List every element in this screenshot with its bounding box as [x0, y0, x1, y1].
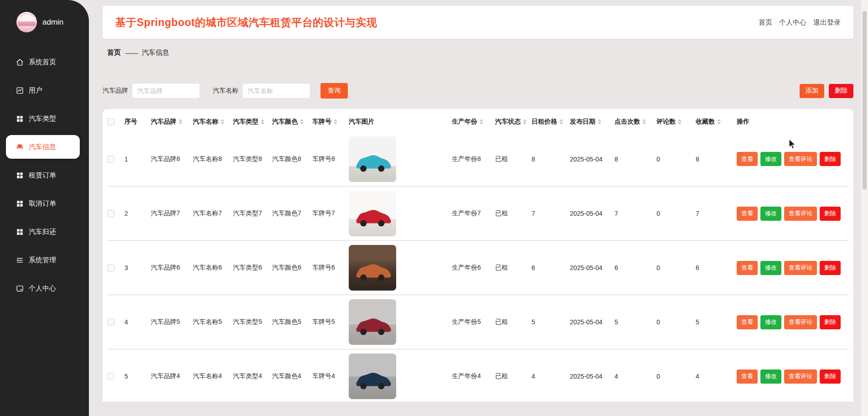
row-actions: 查看修改查看评论删除 [737, 369, 849, 384]
main-content: 基于Springboot的城市区域汽车租赁平台的设计与实现 首页 个人中心 退出… [89, 0, 868, 416]
scrollbar-thumb[interactable] [863, 11, 867, 190]
sidebar-item[interactable]: 汽车信息 [6, 135, 80, 159]
row-delete-button[interactable]: 删除 [820, 261, 841, 275]
column-header-favorites[interactable]: 收藏数 [696, 118, 737, 126]
table-row: 2 汽车品牌7 汽车名称7 汽车类型7 汽车颜色7 车牌号7 生产年份7 已租 … [107, 186, 849, 240]
nav-logout-link[interactable]: 退出登录 [813, 18, 841, 27]
car-table: 序号汽车品牌汽车名称汽车类型汽车颜色车牌号汽车图片生产年份汽车状态日租价格发布日… [103, 109, 853, 402]
column-header-status[interactable]: 汽车状态 [495, 118, 532, 126]
row-comments-button[interactable]: 查看评论 [784, 261, 817, 275]
column-header-date[interactable]: 发布日期 [570, 118, 615, 126]
row-checkbox[interactable] [107, 318, 114, 326]
sort-caret-icon[interactable] [221, 119, 224, 125]
row-checkbox[interactable] [107, 264, 114, 271]
username: admin [42, 18, 63, 27]
list-icon [16, 256, 24, 264]
row-comments-button[interactable]: 查看评论 [784, 369, 817, 384]
row-view-button[interactable]: 查看 [737, 207, 758, 221]
sort-caret-icon[interactable] [559, 119, 563, 125]
add-button[interactable]: 添加 [800, 84, 824, 98]
car-silhouette-icon [352, 149, 393, 177]
sidebar-item[interactable]: 用户 [0, 76, 89, 104]
car-image[interactable] [349, 245, 396, 291]
avatar[interactable] [16, 12, 37, 32]
bulk-delete-button[interactable]: 删除 [829, 84, 853, 98]
row-view-button[interactable]: 查看 [737, 261, 758, 275]
breadcrumb-home[interactable]: 首页 [107, 48, 121, 57]
car-silhouette-icon [352, 258, 393, 286]
row-checkbox[interactable] [107, 210, 114, 217]
sort-caret-icon[interactable] [642, 119, 646, 125]
sidebar-item[interactable]: 取消订单 [0, 189, 89, 218]
grid-icon [16, 115, 24, 123]
row-delete-button[interactable]: 删除 [820, 369, 841, 384]
sidebar-item[interactable]: 系统首页 [0, 48, 89, 76]
car-image[interactable] [349, 299, 396, 345]
home-icon [16, 58, 24, 66]
sort-caret-icon[interactable] [717, 119, 721, 125]
breadcrumb: 首页 —— 汽车信息 [107, 48, 853, 57]
row-delete-button[interactable]: 删除 [820, 152, 841, 166]
grid-icon [16, 200, 24, 208]
search-button[interactable]: 查询 [320, 83, 348, 99]
sort-caret-icon[interactable] [598, 119, 601, 125]
name-filter-input[interactable] [242, 83, 310, 99]
row-edit-button[interactable]: 修改 [760, 315, 781, 329]
table-row: 4 汽车品牌5 汽车名称5 汽车类型5 汽车颜色5 车牌号5 生产年份5 已租 … [107, 295, 849, 349]
column-header-year[interactable]: 生产年份 [452, 118, 495, 126]
row-view-button[interactable]: 查看 [737, 315, 758, 329]
row-actions: 查看修改查看评论删除 [737, 207, 849, 221]
name-filter-label: 汽车名称 [213, 87, 238, 95]
select-all-checkbox[interactable] [107, 118, 114, 125]
sort-caret-icon[interactable] [480, 119, 483, 125]
car-image[interactable] [349, 191, 396, 236]
row-edit-button[interactable]: 修改 [760, 207, 781, 221]
sort-caret-icon[interactable] [300, 119, 304, 125]
row-edit-button[interactable]: 修改 [760, 261, 781, 275]
row-view-button[interactable]: 查看 [737, 152, 758, 166]
sidebar-item[interactable]: 个人中心 [0, 274, 89, 302]
row-edit-button[interactable]: 修改 [760, 152, 781, 166]
row-comments-button[interactable]: 查看评论 [784, 152, 817, 166]
column-header-clicks[interactable]: 点击次数 [615, 118, 656, 126]
card-icon [16, 285, 24, 292]
sidebar-item[interactable]: 系统管理 [0, 246, 89, 274]
column-header-color[interactable]: 汽车颜色 [272, 118, 312, 126]
column-header-name[interactable]: 汽车名称 [193, 118, 233, 126]
row-edit-button[interactable]: 修改 [760, 369, 781, 384]
column-header-price[interactable]: 日租价格 [532, 118, 570, 126]
sort-caret-icon[interactable] [261, 119, 264, 125]
sort-caret-icon[interactable] [678, 119, 682, 125]
row-view-button[interactable]: 查看 [737, 369, 758, 384]
brand-filter-input[interactable] [132, 83, 200, 99]
row-actions: 查看修改查看评论删除 [737, 261, 849, 275]
page-title: 基于Springboot的城市区域汽车租赁平台的设计与实现 [115, 16, 377, 30]
row-checkbox[interactable] [107, 373, 114, 380]
row-delete-button[interactable]: 删除 [820, 315, 841, 329]
sidebar-item[interactable]: 汽车类型 [0, 104, 89, 133]
nav-home-link[interactable]: 首页 [759, 18, 772, 27]
grid-icon [16, 172, 24, 179]
vertical-scrollbar[interactable] [861, 0, 868, 416]
column-header-plate[interactable]: 车牌号 [312, 118, 349, 126]
column-header-brand[interactable]: 汽车品牌 [151, 118, 193, 126]
table-header-row: 序号汽车品牌汽车名称汽车类型汽车颜色车牌号汽车图片生产年份汽车状态日租价格发布日… [107, 112, 849, 132]
car-image[interactable] [349, 354, 396, 399]
sidebar-item[interactable]: 租赁订单 [0, 161, 89, 189]
table-row: 5 汽车品牌4 汽车名称4 汽车类型4 汽车颜色4 车牌号4 生产年份4 已租 … [107, 349, 849, 402]
column-header-comments[interactable]: 评论数 [656, 118, 696, 126]
sidebar-item[interactable]: 汽车归还 [0, 218, 89, 246]
row-comments-button[interactable]: 查看评论 [784, 207, 817, 221]
sort-caret-icon[interactable] [523, 119, 527, 125]
car-image[interactable] [349, 136, 396, 182]
table-body: 1 汽车品牌8 汽车名称8 汽车类型8 汽车颜色8 车牌号8 生产年份8 已租 … [107, 132, 849, 402]
sort-caret-icon[interactable] [179, 119, 182, 125]
nav-profile-link[interactable]: 个人中心 [779, 18, 806, 27]
row-checkbox[interactable] [107, 156, 114, 163]
row-comments-button[interactable]: 查看评论 [784, 315, 817, 329]
column-header-type[interactable]: 汽车类型 [233, 118, 272, 126]
row-delete-button[interactable]: 删除 [820, 207, 841, 221]
sidebar-menu: 系统首页用户汽车类型汽车信息租赁订单取消订单汽车归还系统管理个人中心 [0, 48, 89, 302]
sort-caret-icon[interactable] [334, 119, 337, 125]
grid-icon [16, 228, 24, 236]
